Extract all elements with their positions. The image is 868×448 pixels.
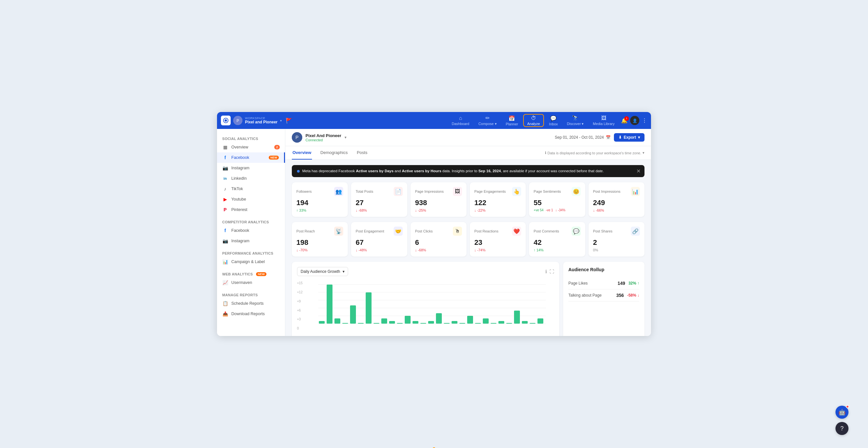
metric-post-reach: Post Reach 📡 198 ↓ -70% xyxy=(292,222,348,257)
page-likes-change: 32% ↑ xyxy=(628,281,639,286)
svg-rect-24 xyxy=(397,323,403,324)
page-impressions-icon: 🖼 xyxy=(453,187,462,196)
header-right: Sep 01, 2024 - Oct 01, 2024 📅 ⬇ Export ▾ xyxy=(555,133,645,142)
svg-rect-41 xyxy=(530,323,535,324)
app-logo[interactable] xyxy=(221,116,231,125)
sidebar-item-overview[interactable]: ▦ Overview 2 xyxy=(217,142,285,152)
sidebar-item-tiktok[interactable]: ♪ TikTok xyxy=(217,184,285,194)
sidebar-item-pinterest[interactable]: P Pinterest xyxy=(217,205,285,215)
tab-demographics[interactable]: Demographics xyxy=(320,146,348,159)
nav-item-planner[interactable]: 📅Planner xyxy=(502,114,522,127)
notification-count: 1 xyxy=(624,116,629,121)
page-engagements-icon: 👆 xyxy=(512,187,521,196)
followers-icon: 👥 xyxy=(334,187,343,196)
export-button[interactable]: ⬇ Export ▾ xyxy=(614,133,645,142)
comp-instagram-icon: 📷 xyxy=(222,238,228,244)
page-impressions-change: ↓ -25% xyxy=(415,208,462,212)
post-clicks-change: ↓ -68% xyxy=(415,248,462,252)
nav-item-analyze[interactable]: ⏱ Analyze xyxy=(523,114,544,127)
date-range[interactable]: Sep 01, 2024 - Oct 01, 2024 📅 xyxy=(555,135,611,140)
user-avatar[interactable]: 👤 xyxy=(630,116,639,125)
svg-rect-33 xyxy=(467,316,473,324)
post-reactions-change: ↓ -74% xyxy=(474,248,521,252)
y-label-15: +15 xyxy=(297,281,308,285)
page-sentiments-icon: 😊 xyxy=(571,187,581,196)
tab-overview[interactable]: Overview xyxy=(292,146,312,159)
nav-item-media-library[interactable]: 🖼Media Library xyxy=(589,114,618,127)
svg-rect-31 xyxy=(452,321,458,324)
talking-about-change: -58% ↓ xyxy=(627,293,639,298)
nav-item-inbox[interactable]: 💬Inbox xyxy=(545,114,562,127)
sidebar-item-schedule-reports[interactable]: 📋 Schedule Reports xyxy=(217,298,285,309)
chatbot-fab-button[interactable]: 🤖 xyxy=(835,406,848,419)
page-engagements-change: ↓ -22% xyxy=(474,208,521,212)
usermaven-icon: 📈 xyxy=(222,280,228,286)
sidebar-item-facebook[interactable]: f Facebook NEW xyxy=(217,152,285,163)
chart-title: Daily Audience Growth xyxy=(301,269,340,274)
sidebar-item-download-reports[interactable]: 📥 Download Reports xyxy=(217,309,285,319)
facebook-icon: f xyxy=(222,155,228,160)
nav-item-discover[interactable]: 🔭Discover ▾ xyxy=(563,114,588,127)
svg-point-1 xyxy=(224,119,227,121)
post-shares-icon: 🔗 xyxy=(631,227,640,236)
linkedin-icon: in xyxy=(222,176,228,181)
sidebar-item-usermaven[interactable]: 📈 Usermaven xyxy=(217,277,285,288)
chatbot-icon: 🤖 xyxy=(838,409,845,416)
social-analytics-title: Social Analytics xyxy=(217,134,285,142)
account-selector[interactable]: P Pixel And Pioneer Connected ▾ xyxy=(292,132,346,143)
post-comments-value: 42 xyxy=(533,238,580,247)
nav-item-compose[interactable]: ✏Compose ▾ xyxy=(474,114,500,127)
sidebar-item-comp-facebook[interactable]: f Facebook xyxy=(217,225,285,236)
info-icon: ℹ xyxy=(545,151,546,155)
total-posts-value: 27 xyxy=(355,199,402,207)
svg-text:P: P xyxy=(296,135,298,140)
competitor-analytics-title: Competitor Analytics xyxy=(217,217,285,225)
sidebar-item-linkedin[interactable]: in LinkedIn xyxy=(217,173,285,184)
metric-post-shares: Post Shares 🔗 2 0% xyxy=(589,222,645,257)
svg-rect-20 xyxy=(366,292,372,324)
more-options-icon[interactable]: ⋮ xyxy=(642,118,647,124)
flag-icon[interactable]: 🚩 xyxy=(286,118,292,124)
workspace-label: WORKSPACE xyxy=(245,117,278,120)
page-sentiments-change: +ve 54 -ve 1 ↓ -34% xyxy=(533,208,580,212)
post-engagement-value: 67 xyxy=(355,238,402,247)
metric-page-sentiments: Page Sentiments 😊 55 +ve 54 -ve 1 ↓ -34% xyxy=(529,182,585,217)
post-clicks-icon: 🖱 xyxy=(453,227,462,236)
sidebar-item-youtube[interactable]: ▶ Youtube xyxy=(217,194,285,205)
notice-close-icon[interactable]: ✕ xyxy=(637,167,641,175)
workspace-selector[interactable]: P WORKSPACE Pixel and Pioneer ▾ xyxy=(233,116,282,125)
bar-chart: +15 +12 +9 +6 +3 0 xyxy=(297,281,554,336)
svg-rect-19 xyxy=(358,323,364,324)
chart-expand-icon[interactable]: ⛶ xyxy=(550,269,554,274)
calendar-icon: 📅 xyxy=(606,135,611,140)
total-posts-change: ↓ -68% xyxy=(355,208,402,212)
svg-rect-23 xyxy=(389,321,395,324)
comp-facebook-icon: f xyxy=(222,228,228,234)
page-impressions-value: 938 xyxy=(415,199,462,207)
page-sentiments-value: 55 xyxy=(533,199,580,207)
notification-bell[interactable]: 🔔 1 xyxy=(621,118,627,124)
post-comments-icon: 💬 xyxy=(571,227,581,236)
chart-dropdown[interactable]: Daily Audience Growth ▾ xyxy=(297,267,348,276)
metrics-row-2: Post Reach 📡 198 ↓ -70% Post Engagement … xyxy=(292,222,645,257)
svg-rect-34 xyxy=(475,323,481,324)
svg-rect-29 xyxy=(436,313,442,324)
chart-info-icon: ℹ xyxy=(545,269,547,274)
help-fab-button[interactable]: ? xyxy=(835,422,848,435)
followers-value: 194 xyxy=(297,199,343,207)
notice-dot-icon xyxy=(297,170,300,173)
sidebar-item-instagram[interactable]: 📷 Instagram xyxy=(217,163,285,173)
svg-rect-35 xyxy=(483,319,489,324)
account-chevron-icon: ▾ xyxy=(344,135,346,140)
page-likes-value: 149 xyxy=(618,281,625,286)
svg-text:P: P xyxy=(237,119,239,123)
metric-page-impressions: Page Impressions 🖼 938 ↓ -25% xyxy=(410,182,467,217)
sidebar-item-comp-instagram[interactable]: 📷 Instagram xyxy=(217,236,285,246)
tab-posts[interactable]: Posts xyxy=(356,146,368,159)
y-label-12: +12 xyxy=(297,291,308,294)
sidebar-item-campaign[interactable]: 📊 Campaign & Label xyxy=(217,257,285,267)
metric-page-engagements: Page Engagements 👆 122 ↓ -22% xyxy=(470,182,526,217)
svg-rect-39 xyxy=(514,310,520,324)
bar-chart-svg xyxy=(310,281,554,330)
nav-item-dashboard[interactable]: ⌂Dashboard xyxy=(448,114,473,127)
